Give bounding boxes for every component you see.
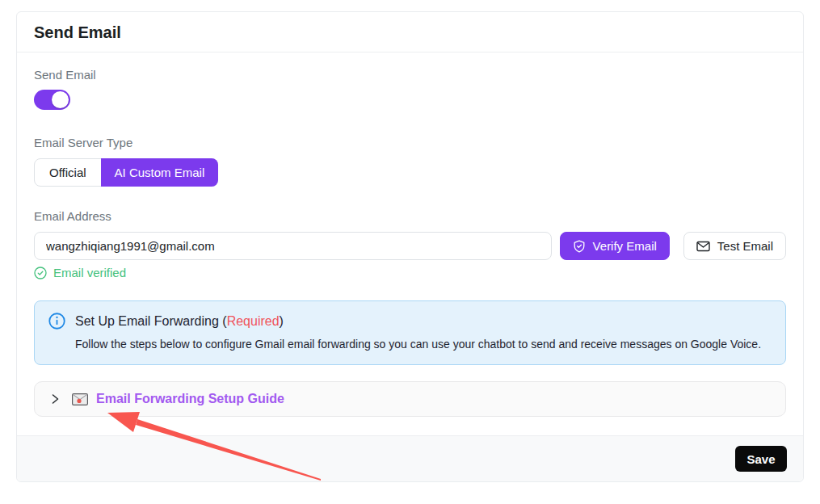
send-email-toggle-label: Send Email [34,68,786,82]
toggle-knob [52,91,69,108]
server-type-option-ai-custom[interactable]: AI Custom Email [101,158,219,187]
email-address-input[interactable] [34,232,552,260]
shield-check-icon [573,240,586,253]
email-row: Verify Email Test Email [34,232,786,260]
envelope-icon [696,241,710,252]
send-email-card: Send Email Send Email Email Server Type … [16,11,804,482]
email-address-label: Email Address [34,209,786,224]
test-email-label: Test Email [717,239,773,253]
verify-email-label: Verify Email [593,239,657,253]
guide-title: Email Forwarding Setup Guide [96,392,284,406]
info-circle-icon [48,313,65,330]
test-email-button[interactable]: Test Email [683,232,786,260]
email-forwarding-info-box: Set Up Email Forwarding (Required) Follo… [34,300,786,365]
info-title: Set Up Email Forwarding (Required) [75,314,284,329]
check-circle-icon [34,267,47,279]
card-header: Send Email [17,12,803,52]
info-description: Follow the steps below to configure Gmai… [75,338,772,351]
email-verified-label: Email verified [53,266,126,279]
server-type-option-official[interactable]: Official [35,159,101,186]
info-title-row: Set Up Email Forwarding (Required) [48,313,772,330]
card-body: Send Email Email Server Type Official AI… [17,52,803,435]
required-badge-text: Required [227,314,280,328]
email-verified-status: Email verified [34,266,786,279]
server-type-segmented-control: Official AI Custom Email [34,158,218,187]
server-type-label: Email Server Type [34,136,786,150]
page-title: Send Email [34,23,786,42]
verify-email-button[interactable]: Verify Email [560,232,670,260]
email-envelope-emoji-icon [72,393,88,405]
card-footer: Save [17,435,803,481]
send-email-toggle[interactable] [34,90,70,110]
email-forwarding-guide-collapse[interactable]: Email Forwarding Setup Guide [34,381,786,417]
save-button[interactable]: Save [735,446,787,472]
chevron-right-icon [51,393,60,405]
